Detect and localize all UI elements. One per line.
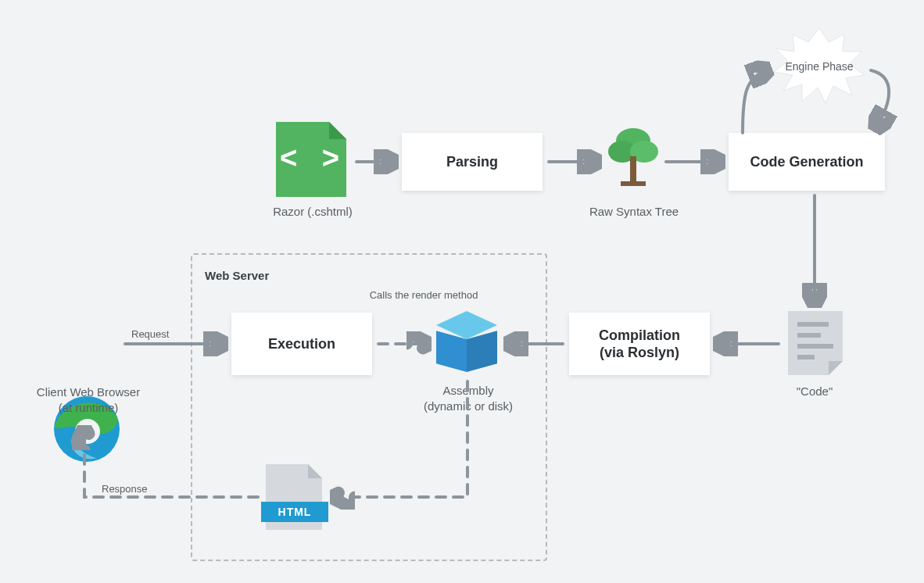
- engine-phase-label: Engine Phase: [765, 23, 874, 109]
- edge-request-label: Request: [131, 328, 169, 340]
- stage-execution-label: Execution: [268, 335, 335, 353]
- razor-file-label: Razor (.cshtml): [258, 205, 367, 218]
- stage-compilation: Compilation (via Roslyn): [569, 313, 710, 375]
- stage-compilation-label1: Compilation: [599, 327, 680, 345]
- code-doc-icon: [788, 311, 843, 375]
- browser-label2: (at runtime): [59, 401, 119, 414]
- stage-codegen: Code Generation: [729, 133, 885, 191]
- diagram-canvas: { "diagram": { "nodes": { "razor_file": …: [0, 0, 924, 583]
- razor-file-icon: < >: [276, 122, 346, 197]
- html-file-band: HTML: [261, 502, 328, 522]
- stage-parsing: Parsing: [402, 133, 543, 191]
- svg-rect-3: [630, 156, 636, 183]
- assembly-label2: (dynamic or disk): [424, 399, 513, 413]
- browser-label1: Client Web Browser: [37, 385, 140, 399]
- assembly-cube-icon: [436, 311, 497, 372]
- html-file-icon: HTML: [266, 464, 322, 530]
- stage-compilation-label2: (via Roslyn): [600, 344, 679, 362]
- browser-label: Client Web Browser (at runtime): [28, 384, 149, 415]
- stage-execution: Execution: [231, 313, 372, 375]
- webserver-group-label: Web Server: [205, 269, 269, 282]
- syntax-tree-label: Raw Syntax Tree: [586, 205, 682, 218]
- stage-parsing-label: Parsing: [446, 153, 498, 171]
- syntax-tree-icon: [608, 125, 658, 191]
- calls-note: Calls the render method: [346, 289, 502, 301]
- edge-response-label: Response: [102, 483, 148, 495]
- assembly-label: Assembly (dynamic or disk): [406, 383, 530, 413]
- engine-phase-burst: Engine Phase: [765, 23, 874, 109]
- stage-codegen-label: Code Generation: [750, 153, 863, 171]
- svg-rect-4: [621, 181, 646, 186]
- code-doc-label: "Code": [775, 384, 854, 398]
- assembly-label1: Assembly: [442, 384, 493, 397]
- svg-point-7: [75, 419, 100, 444]
